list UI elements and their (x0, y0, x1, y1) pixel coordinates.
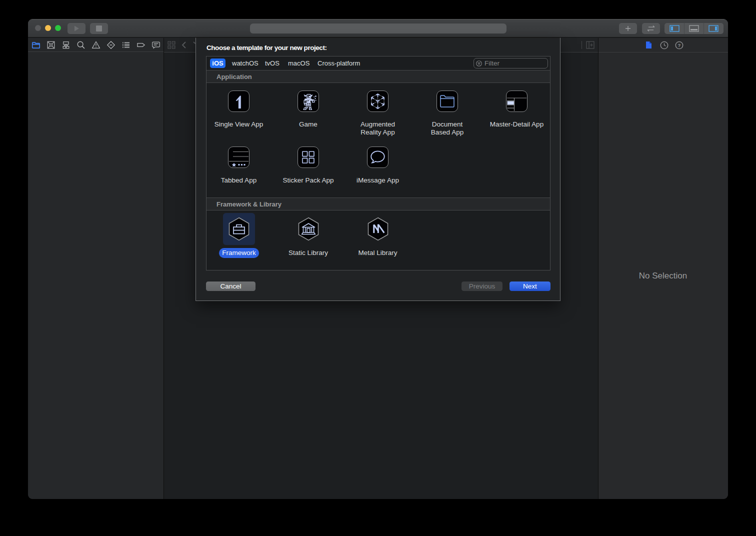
svg-text:?: ? (678, 42, 681, 48)
